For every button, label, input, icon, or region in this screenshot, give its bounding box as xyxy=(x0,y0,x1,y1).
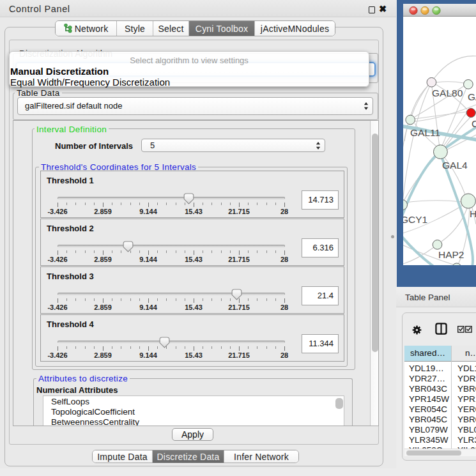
svg-text:GAL80: GAL80 xyxy=(432,88,463,98)
svg-text:GAL4: GAL4 xyxy=(442,160,468,171)
svg-text:C: C xyxy=(472,118,476,129)
svg-text:GA: GA xyxy=(468,91,476,102)
svg-text:H: H xyxy=(470,208,476,219)
svg-text:GCY1: GCY1 xyxy=(403,214,427,225)
svg-text:HAP2: HAP2 xyxy=(438,249,464,260)
svg-text:GAL11: GAL11 xyxy=(410,127,440,138)
